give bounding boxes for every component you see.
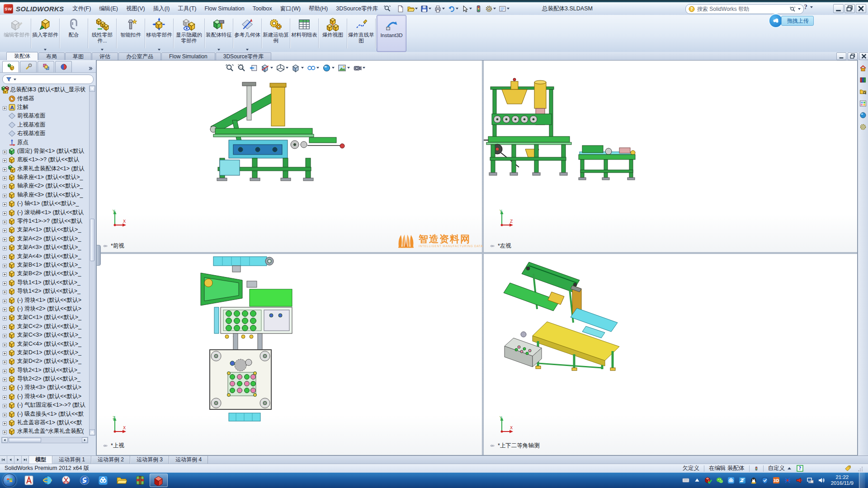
tag-icon[interactable] — [844, 465, 852, 472]
quickbar-rebuild-traffic[interactable] — [474, 4, 483, 14]
headsup-prev-view[interactable] — [248, 63, 259, 73]
tree-horizontal-scrollbar[interactable] — [1, 437, 88, 443]
headsup-display-style[interactable] — [291, 63, 305, 73]
horizontal-splitter[interactable] — [97, 252, 857, 254]
cmd-motion-study-button[interactable]: 新建运动算例 — [263, 15, 289, 52]
tree-expander-icon[interactable] — [3, 202, 7, 206]
tree-row[interactable]: 支架C<2> (默认<<默认>_ — [1, 322, 89, 331]
headsup-apply-scene[interactable] — [337, 63, 351, 73]
vertical-splitter[interactable] — [482, 61, 484, 455]
tree-expander-icon[interactable] — [3, 237, 7, 241]
tree-expander-icon[interactable] — [3, 158, 7, 162]
menu-item[interactable]: 编辑(E) — [95, 4, 122, 14]
dropdown-caret-icon[interactable] — [44, 49, 47, 51]
tree-row[interactable]: 总装配体3 (默认<默认_显示状 — [1, 85, 89, 94]
tray-wechat[interactable] — [716, 477, 724, 484]
headsup-view-orientation[interactable] — [275, 63, 289, 73]
tree-expander-icon[interactable] — [3, 211, 7, 215]
viewport-front[interactable]: YX *前视 — [97, 61, 482, 252]
tree-row[interactable]: 轴承座<1> (默认<<默认>_ — [1, 173, 89, 182]
tree-row[interactable]: 支架A<2> (默认<<默认>_ — [1, 235, 89, 243]
panel-tabs-overflow-icon[interactable] — [87, 66, 93, 72]
tree-row[interactable]: 礼盒盖容器<1> (默认<<默 — [1, 418, 89, 427]
taskbar-globe-browser[interactable] — [38, 474, 57, 487]
tray-qq[interactable] — [750, 477, 758, 484]
taskpane-appearances-sphere[interactable] — [859, 111, 868, 119]
cmd-reference-geometry-button[interactable]: 参考几何体 — [234, 15, 260, 52]
drag-upload-button[interactable]: 拖拽上传 — [781, 16, 814, 26]
ribbon-tab-4[interactable]: 评估 — [92, 52, 118, 60]
tree-row[interactable]: (-) 气缸固定板<1>->? (默认 — [1, 401, 89, 409]
tray-threed-app[interactable]: 3D — [773, 477, 780, 484]
ribbon-tab-7[interactable]: 3DSource零件库 — [216, 52, 271, 60]
start-button[interactable] — [3, 474, 16, 487]
tree-expander-icon[interactable] — [3, 149, 7, 153]
viewport-left[interactable]: YZ *左视 — [484, 61, 857, 252]
taskbar-autocad[interactable] — [20, 474, 38, 487]
quickbar-display-list[interactable] — [498, 4, 510, 14]
headsup-zoom-area[interactable] — [236, 63, 247, 73]
ribbon-tab-1[interactable]: 装配体 — [6, 52, 38, 60]
tree-row[interactable]: 支架C<1> (默认<<默认>_ — [1, 313, 89, 322]
headsup-section-view[interactable] — [260, 63, 274, 73]
tree-row[interactable]: (-) 滚动棒<1> (默认<<默认 — [1, 208, 89, 216]
taskbar-baidu-pan[interactable] — [94, 474, 112, 487]
menu-item[interactable]: 插入(I) — [149, 4, 174, 14]
tray-tray-expand[interactable] — [693, 477, 701, 484]
tree-expander-icon[interactable] — [3, 219, 7, 223]
tree-expander-icon[interactable] — [3, 175, 7, 179]
tree-expander-icon[interactable] — [3, 315, 7, 319]
modeltab-nav-last-button[interactable] — [22, 456, 29, 464]
taskbar-file-folder[interactable] — [113, 474, 131, 487]
doc-restore-button[interactable] — [848, 52, 858, 60]
tree-row[interactable]: 支架B<1> (默认<<默认>_ — [1, 261, 89, 269]
cmd-edit-component-button[interactable]: 编辑零部件 — [4, 15, 30, 52]
ribbon-tab-3[interactable]: 草图 — [65, 52, 91, 60]
tree-row[interactable]: 支架A<1> (默认<<默认>_ — [1, 225, 89, 234]
cmd-linear-pattern-button[interactable]: 线性零部件... — [89, 15, 115, 52]
tree-expander-icon[interactable] — [3, 272, 7, 276]
tree-row[interactable]: 支架D<2> (默认<<默认>_ — [1, 357, 89, 366]
dropdown-caret-icon[interactable] — [270, 67, 273, 69]
taskpane-file-explorer[interactable] — [859, 87, 868, 96]
tree-row[interactable]: (-) 滑块<3> (默认<<默认> — [1, 383, 89, 392]
taskbar-clock[interactable]: 21:22 2016/11/9 — [831, 474, 854, 486]
scrollbar-thumb[interactable] — [90, 219, 94, 261]
panel-tab-fm-config[interactable] — [38, 61, 54, 72]
filter-caret-icon[interactable] — [14, 79, 16, 80]
ribbon-tab-6[interactable]: Flow Simulation — [161, 52, 215, 60]
dropdown-caret-icon[interactable] — [363, 67, 365, 69]
tree-row[interactable]: 支架C<4> (默认<<默认>_ — [1, 339, 89, 348]
tree-expander-icon[interactable] — [3, 254, 7, 258]
tree-expander-icon[interactable] — [3, 184, 7, 188]
help-menu[interactable]: ? — [802, 4, 813, 10]
tree-row[interactable]: (固定) 骨架<1> (默认<默认 — [1, 147, 89, 155]
search-box[interactable]: ? 搜索 SolidWorks 帮助 — [685, 4, 804, 14]
scrollbar-thumb[interactable] — [9, 438, 41, 442]
tray-network[interactable] — [807, 477, 814, 484]
headsup-zoom-fit[interactable] — [225, 63, 235, 73]
cmd-explode-sketch-button[interactable]: 爆炸直线草图 — [348, 15, 374, 52]
tree-expander-icon[interactable] — [3, 412, 7, 416]
tree-row[interactable]: 导轨1<2> (默认<<默认>_ — [1, 287, 89, 296]
menu-item[interactable]: Toolbox — [249, 4, 276, 13]
cmd-mate-button[interactable]: 配合 — [61, 15, 87, 52]
tree-row[interactable]: 底板<1>->? (默认<<默认 — [1, 155, 89, 164]
tree-row[interactable]: (-) 滑块<4> (默认<<默认> — [1, 392, 89, 401]
tree-row[interactable]: 支架A<3> (默认<<默认>_ — [1, 243, 89, 252]
dropdown-caret-icon[interactable] — [217, 49, 220, 51]
menu-search-icon[interactable] — [384, 5, 391, 12]
tree-row[interactable]: 前视基准面 — [1, 112, 89, 120]
dropdown-caret-icon[interactable] — [301, 67, 304, 69]
taskbar-winrar[interactable] — [131, 474, 149, 487]
tray-sw-check[interactable] — [705, 477, 712, 484]
tree-row[interactable]: 水果礼盒盖^水果礼盒装配( — [1, 427, 89, 436]
dropdown-caret-icon[interactable] — [507, 8, 509, 9]
modeltab-nav-next-button[interactable] — [14, 456, 22, 464]
taskpane-sw-resources[interactable] — [859, 64, 868, 72]
minimize-button[interactable] — [833, 4, 844, 13]
dropdown-caret-icon[interactable] — [415, 8, 418, 9]
custom-dropdown[interactable]: 自定义 — [768, 465, 785, 472]
quickbar-undo[interactable] — [447, 4, 459, 14]
tray-baidu-pan-sm[interactable] — [727, 477, 735, 484]
